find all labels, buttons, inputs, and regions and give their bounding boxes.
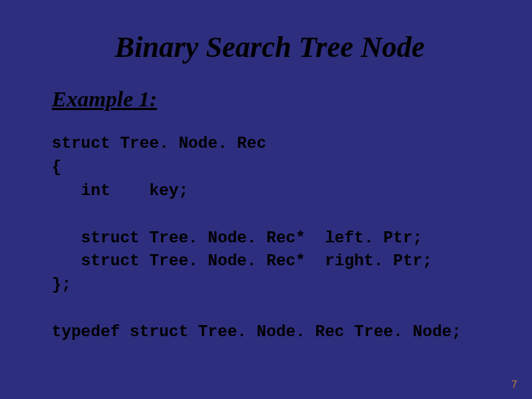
code-block: struct Tree. Node. Rec { int key; struct…	[52, 132, 488, 344]
slide: Binary Search Tree Node Example 1: struc…	[0, 0, 532, 399]
code-line: struct Tree. Node. Rec* left. Ptr;	[52, 229, 423, 248]
slide-title: Binary Search Tree Node	[52, 30, 488, 64]
code-line: };	[52, 276, 71, 294]
code-line: int key;	[52, 182, 188, 200]
code-line: typedef struct Tree. Node. Rec Tree. Nod…	[52, 323, 462, 341]
page-number: 7	[511, 378, 517, 390]
code-line: {	[52, 158, 61, 177]
code-line: struct Tree. Node. Rec	[52, 134, 266, 153]
example-heading: Example 1:	[52, 86, 488, 112]
code-line: struct Tree. Node. Rec* right. Ptr;	[52, 252, 432, 270]
